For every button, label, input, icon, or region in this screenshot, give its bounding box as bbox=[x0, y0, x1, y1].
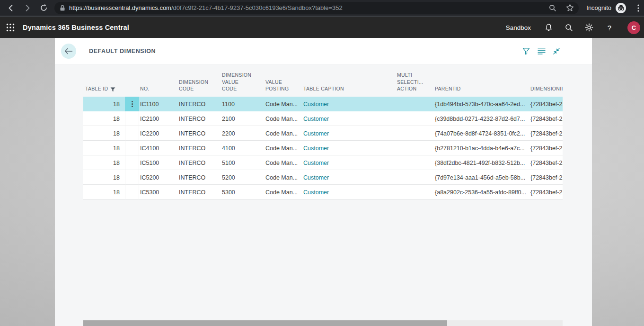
table-row[interactable]: 18 IC2200 INTERCO 2200 Code Man... Custo… bbox=[83, 126, 563, 141]
notifications-bell-icon[interactable] bbox=[541, 20, 556, 35]
cell-dimension-code[interactable]: INTERCO bbox=[178, 130, 221, 137]
row-menu-cell[interactable] bbox=[125, 126, 139, 141]
row-menu-cell[interactable] bbox=[125, 141, 139, 155]
cell-table-caption-link[interactable]: Customer bbox=[302, 189, 396, 196]
cell-no[interactable]: IC4100 bbox=[139, 145, 178, 152]
column-header-no[interactable]: NO. bbox=[139, 85, 178, 97]
cell-no[interactable]: IC5100 bbox=[139, 160, 178, 166]
cell-dimension-code[interactable]: INTERCO bbox=[178, 189, 221, 196]
table-row[interactable]: 18 IC5100 INTERCO 5100 Code Man... Custo… bbox=[83, 155, 563, 170]
help-icon[interactable]: ? bbox=[602, 20, 617, 35]
cell-parentid[interactable]: {7d97e134-aaa1-456d-a5eb-58b... bbox=[434, 174, 529, 181]
cell-table-caption-link[interactable]: Customer bbox=[302, 130, 396, 137]
cell-table-caption-link[interactable]: Customer bbox=[302, 160, 396, 166]
cell-dimension-value-code[interactable]: 2100 bbox=[221, 116, 265, 122]
cell-dimensionid[interactable]: {72843bef-22 bbox=[529, 145, 563, 152]
cell-dimension-code[interactable]: INTERCO bbox=[178, 101, 221, 108]
avatar[interactable]: C bbox=[627, 21, 640, 34]
cell-no[interactable]: IC1100 bbox=[139, 101, 178, 108]
settings-gear-icon[interactable] bbox=[582, 20, 596, 35]
cell-dimensionid[interactable]: {72843bef-22 bbox=[529, 174, 563, 181]
column-header-dimension-value-code[interactable]: DIMENSION VALUE CODE bbox=[221, 72, 265, 97]
table-row[interactable]: 18 IC2100 INTERCO 2100 Code Man... Custo… bbox=[83, 111, 563, 126]
cell-value-posting[interactable]: Code Man... bbox=[265, 160, 302, 166]
cell-dimension-value-code[interactable]: 5200 bbox=[221, 174, 265, 181]
cell-value-posting[interactable]: Code Man... bbox=[265, 145, 302, 152]
cell-dimension-value-code[interactable]: 5100 bbox=[221, 160, 265, 166]
row-menu-cell[interactable] bbox=[125, 155, 139, 170]
list-view-icon[interactable] bbox=[537, 47, 546, 55]
browser-forward-icon[interactable] bbox=[22, 2, 33, 14]
cell-dimensionid[interactable]: {72843bef-22 bbox=[529, 130, 563, 137]
collapse-icon[interactable] bbox=[552, 47, 561, 55]
cell-dimensionid[interactable]: {72843bef-22 bbox=[529, 160, 563, 166]
cell-table-id[interactable]: 18 bbox=[83, 116, 125, 122]
column-header-multi-selection-action[interactable]: MULTI SELECTI... ACTION bbox=[396, 72, 434, 97]
cell-dimension-value-code[interactable]: 5300 bbox=[221, 189, 265, 196]
row-menu-cell[interactable] bbox=[125, 170, 139, 185]
cell-value-posting[interactable]: Code Man... bbox=[265, 130, 302, 137]
cell-dimensionid[interactable]: {72843bef-22 bbox=[529, 116, 563, 122]
back-button[interactable] bbox=[61, 44, 76, 59]
table-row[interactable]: 18 IC5200 INTERCO 5200 Code Man... Custo… bbox=[83, 170, 563, 185]
column-header-table-id[interactable]: TABLE ID bbox=[83, 85, 125, 97]
waffle-icon[interactable] bbox=[0, 17, 21, 38]
cell-table-id[interactable]: 18 bbox=[83, 145, 125, 152]
column-header-table-caption[interactable]: TABLE CAPTION bbox=[302, 85, 396, 97]
table-row[interactable]: 18 IC5300 INTERCO 5300 Code Man... Custo… bbox=[83, 185, 563, 199]
cell-table-id[interactable]: 18 bbox=[83, 160, 125, 166]
cell-value-posting[interactable]: Code Man... bbox=[265, 174, 302, 181]
cell-dimension-value-code[interactable]: 1100 bbox=[221, 101, 265, 108]
browser-refresh-icon[interactable] bbox=[38, 2, 50, 14]
cell-dimensionid[interactable]: {72843bef-22 bbox=[529, 101, 563, 108]
cell-table-id[interactable]: 18 bbox=[83, 130, 125, 137]
cell-parentid[interactable]: {38df2dbc-4821-492f-b832-512b... bbox=[434, 160, 529, 166]
app-title[interactable]: Dynamics 365 Business Central bbox=[23, 24, 129, 31]
cell-value-posting[interactable]: Code Man... bbox=[265, 116, 302, 122]
column-header-dimensionid[interactable]: DIMENSIONII bbox=[529, 85, 563, 97]
cell-value-posting[interactable]: Code Man... bbox=[265, 189, 302, 196]
cell-table-caption-link[interactable]: Customer bbox=[302, 116, 396, 122]
cell-table-id[interactable]: 18 bbox=[83, 101, 125, 108]
horizontal-scrollbar[interactable] bbox=[83, 320, 563, 326]
search-icon[interactable] bbox=[562, 20, 576, 35]
browser-back-icon[interactable] bbox=[5, 2, 17, 14]
cell-dimension-value-code[interactable]: 4100 bbox=[221, 145, 265, 152]
cell-dimension-code[interactable]: INTERCO bbox=[178, 145, 221, 152]
table-row[interactable]: 18 IC4100 INTERCO 4100 Code Man... Custo… bbox=[83, 141, 563, 155]
cell-table-id[interactable]: 18 bbox=[83, 174, 125, 181]
filter-icon[interactable] bbox=[522, 47, 530, 55]
column-header-value-posting[interactable]: VALUE POSTING bbox=[265, 79, 302, 97]
row-options-dots-icon[interactable] bbox=[132, 101, 133, 107]
cell-dimensionid[interactable]: {72843bef-22 bbox=[529, 189, 563, 196]
row-menu-cell[interactable] bbox=[125, 185, 139, 199]
environment-label[interactable]: Sandbox bbox=[506, 24, 531, 31]
row-menu-cell[interactable] bbox=[125, 97, 139, 111]
cell-table-caption-link[interactable]: Customer bbox=[302, 101, 396, 108]
zoom-icon[interactable] bbox=[548, 4, 557, 12]
cell-dimension-code[interactable]: INTERCO bbox=[178, 174, 221, 181]
bookmark-star-icon[interactable] bbox=[565, 4, 574, 12]
table-row[interactable]: 18 IC1100 INTERCO 1100 Code Man... Custo… bbox=[83, 97, 563, 111]
cell-parentid[interactable]: {b2781210-b1ac-4dda-b4e6-a7c... bbox=[434, 145, 529, 152]
cell-no[interactable]: IC5200 bbox=[139, 174, 178, 181]
cell-table-caption-link[interactable]: Customer bbox=[302, 174, 396, 181]
cell-dimension-code[interactable]: INTERCO bbox=[178, 160, 221, 166]
cell-parentid[interactable]: {c39d8bdd-0271-4232-87d2-6d7... bbox=[434, 116, 529, 122]
cell-no[interactable]: IC2100 bbox=[139, 116, 178, 122]
horizontal-scrollbar-thumb[interactable] bbox=[83, 320, 447, 326]
cell-dimension-code[interactable]: INTERCO bbox=[178, 116, 221, 122]
cell-dimension-value-code[interactable]: 2200 bbox=[221, 130, 265, 137]
cell-table-caption-link[interactable]: Customer bbox=[302, 145, 396, 152]
cell-no[interactable]: IC5300 bbox=[139, 189, 178, 196]
address-bar[interactable]: https://businesscentral.dynamics.com/d0f… bbox=[54, 2, 579, 14]
cell-parentid[interactable]: {a8a2902c-2536-4a55-afdc-89ff0... bbox=[434, 189, 529, 196]
cell-table-id[interactable]: 18 bbox=[83, 189, 125, 196]
cell-no[interactable]: IC2200 bbox=[139, 130, 178, 137]
column-header-dimension-code[interactable]: DIMENSION CODE bbox=[178, 79, 221, 97]
cell-value-posting[interactable]: Code Man... bbox=[265, 101, 302, 108]
row-menu-cell[interactable] bbox=[125, 111, 139, 126]
browser-menu-icon[interactable] bbox=[633, 2, 644, 14]
cell-parentid[interactable]: {74a07b6e-8d8f-4724-8351-0fc2... bbox=[434, 130, 529, 137]
column-header-parentid[interactable]: PARENTID bbox=[434, 85, 529, 97]
